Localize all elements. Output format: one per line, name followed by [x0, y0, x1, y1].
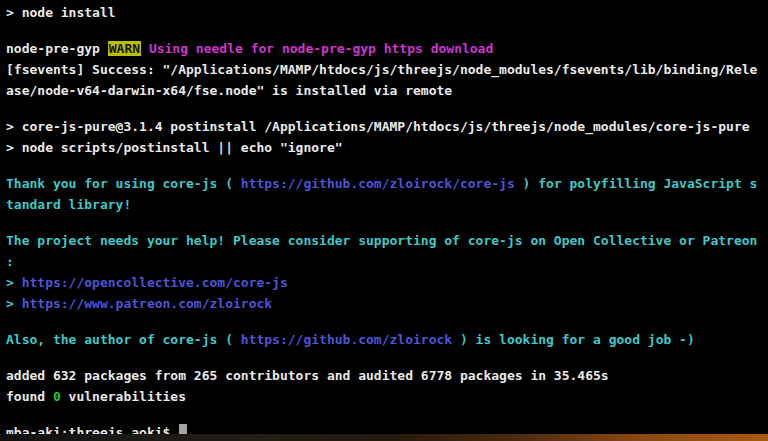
terminal-line: node-pre-gyp WARN Using needle for node-…	[6, 38, 768, 59]
terminal-line: The project needs your help! Please cons…	[6, 230, 768, 251]
terminal-link[interactable]: https://opencollective.com/core-js	[22, 275, 288, 290]
terminal-line: found 0 vulnerabilities	[6, 386, 768, 407]
blank-line	[6, 407, 768, 422]
terminal-text: found	[6, 389, 53, 404]
terminal-text: >	[6, 275, 22, 290]
blank-line	[6, 158, 768, 173]
terminal-line: :	[6, 251, 768, 272]
terminal-text: 0	[53, 389, 61, 404]
terminal-text: vulnerabilities	[61, 389, 186, 404]
blank-line	[6, 101, 768, 116]
terminal-text: tandard library!	[6, 197, 131, 212]
terminal-link[interactable]: https://github.com/zloirock/core-js	[241, 176, 515, 191]
terminal-text: >	[6, 296, 22, 311]
terminal-line: tandard library!	[6, 194, 768, 215]
terminal-text: Thank you for using core-js (	[6, 176, 241, 191]
terminal-line: added 632 packages from 265 contributors…	[6, 365, 768, 386]
blank-line	[6, 350, 768, 365]
terminal-line: > https://opencollective.com/core-js	[6, 272, 768, 293]
desktop-wallpaper-strip	[0, 434, 768, 441]
terminal-line: Thank you for using core-js ( https://gi…	[6, 173, 768, 194]
terminal-text: ase/node-v64-darwin-x64/fse.node" is ins…	[6, 83, 452, 98]
blank-line	[6, 23, 768, 38]
blank-line	[6, 314, 768, 329]
terminal-line: > node install	[6, 2, 768, 23]
terminal-text: > node install	[6, 5, 116, 20]
terminal-text: Using needle for node-pre-gyp https down…	[149, 41, 493, 56]
terminal-text: added 632 packages from 265 contributors…	[6, 368, 609, 383]
blank-line	[6, 215, 768, 230]
terminal-link[interactable]: https://www.patreon.com/zloirock	[22, 296, 272, 311]
terminal-line: ase/node-v64-darwin-x64/fse.node" is ins…	[6, 80, 768, 101]
terminal-text: :	[6, 254, 14, 269]
terminal-text: ) for polyfilling JavaScript s	[515, 176, 758, 191]
terminal-text: Also, the author of core-js (	[6, 332, 241, 347]
terminal-line: Also, the author of core-js ( https://gi…	[6, 329, 768, 350]
terminal-text: node-pre-gyp	[6, 41, 108, 56]
terminal-screen[interactable]: > node installnode-pre-gyp WARN Using ne…	[0, 0, 768, 434]
warn-badge: WARN	[108, 41, 141, 56]
terminal-text: The project needs your help! Please cons…	[6, 233, 757, 248]
terminal-line: > core-js-pure@3.1.4 postinstall /Applic…	[6, 116, 768, 137]
terminal-text	[141, 41, 149, 56]
terminal-link[interactable]: https://github.com/zloirock	[241, 332, 452, 347]
terminal-line: > node scripts/postinstall || echo "igno…	[6, 137, 768, 158]
terminal-text: > core-js-pure@3.1.4 postinstall /Applic…	[6, 119, 750, 134]
terminal-line: > https://www.patreon.com/zloirock	[6, 293, 768, 314]
terminal-text: [fsevents] Success: "/Applications/MAMP/…	[6, 62, 757, 77]
terminal-line: [fsevents] Success: "/Applications/MAMP/…	[6, 59, 768, 80]
terminal-text: > node scripts/postinstall || echo "igno…	[6, 140, 343, 155]
terminal-text: ) is looking for a good job -)	[452, 332, 695, 347]
